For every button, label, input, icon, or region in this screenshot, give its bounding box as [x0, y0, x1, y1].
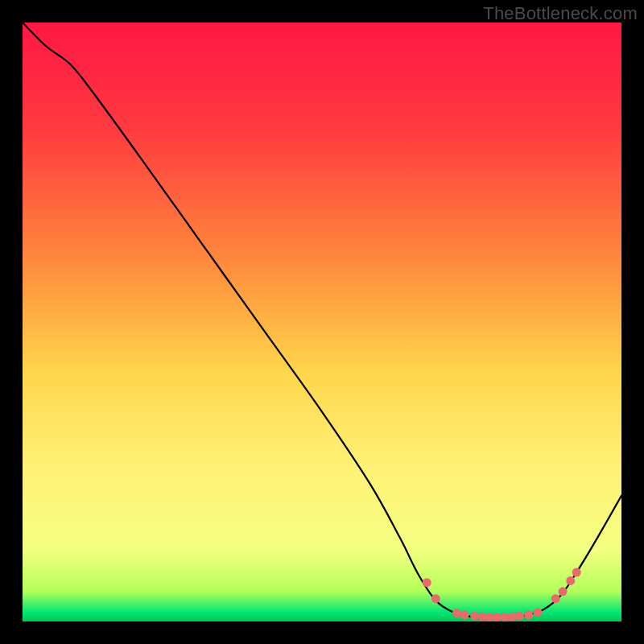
data-point: [423, 578, 431, 587]
data-point: [470, 612, 479, 621]
data-point: [452, 609, 461, 617]
plot-area: [23, 23, 621, 621]
data-point: [493, 613, 502, 621]
data-point: [572, 568, 581, 576]
data-point: [533, 608, 542, 617]
data-point: [515, 612, 524, 621]
data-point: [524, 610, 533, 619]
data-point: [551, 594, 560, 603]
chart-svg: [23, 23, 621, 621]
data-point: [559, 587, 568, 596]
data-point: [431, 594, 440, 603]
chart-frame: TheBottleneck.com: [0, 0, 644, 644]
watermark-text: TheBottleneck.com: [483, 3, 638, 24]
data-point: [460, 610, 469, 619]
data-point: [566, 576, 575, 585]
data-point: [500, 613, 509, 621]
gradient-background: [23, 23, 621, 621]
